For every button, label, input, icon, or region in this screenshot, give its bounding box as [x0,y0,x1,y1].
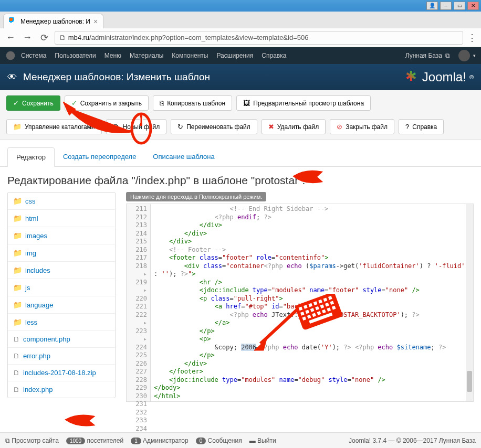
new-file-button[interactable]: 🗋Новый файл [106,119,167,134]
help-button[interactable]: ?Справка [399,119,444,134]
folder-name: less [25,318,37,326]
tab-overrides[interactable]: Создать переопределе [55,147,144,166]
tab-editor[interactable]: Редактор [7,147,55,167]
save-button[interactable]: ✓Сохранить [6,95,60,111]
action-toolbar: ✓Сохранить ✓Сохранить и закрыть ⎘Копиров… [0,90,481,140]
cancel-icon: ⊘ [337,123,342,131]
check-icon: ✓ [13,99,19,107]
line-gutter: 211 212 213 214 215 216 217 218 ▸219 ▸22… [127,204,151,401]
close-file-button[interactable]: ⊘Закрыть файл [330,119,394,134]
minimize-button[interactable]: – [440,2,452,10]
folder-item[interactable]: 📁includes [8,262,115,279]
site-frontend-link[interactable]: Лунная База ⧉ ▾ [405,50,476,61]
svg-point-0 [6,51,15,60]
x-icon: ✖ [268,123,274,131]
tab-close-icon[interactable]: × [93,17,98,26]
folder-name: includes [25,266,50,274]
main-content: 📁css📁html📁images📁img📁includes📁js📁languag… [0,192,481,407]
file-item[interactable]: 🗋component.php [8,331,115,348]
folder-item[interactable]: 📁img [8,244,115,262]
annotation-pointer-indexphp [62,414,99,430]
folder-icon: 📁 [13,283,22,292]
folder-icon: 📁 [13,197,22,205]
copy-template-button[interactable]: ⎘Копировать шаблон [153,95,232,111]
folders-label: Управление каталогами [25,123,95,131]
forward-button[interactable]: → [21,31,34,44]
file-name: includes-2017-08-18.zip [23,369,96,377]
user-avatar-icon[interactable] [458,50,470,61]
menu-system[interactable]: Система [21,52,46,59]
eye-icon: 👁 [7,72,17,83]
page-title: Менеджер шаблонов: Изменить шаблон [23,71,405,83]
back-button[interactable]: ← [4,31,17,44]
code-editor-panel: Нажмите для перехода в Полноэкранный реж… [126,192,474,402]
view-site-link[interactable]: ⧉ Просмотр сайта [5,437,59,444]
status-bar: ⧉ Просмотр сайта 1000 посетителей 1 Адми… [0,432,481,448]
delete-file-button[interactable]: ✖Удалить файл [262,119,326,134]
maximize-button[interactable]: ▭ [454,2,465,10]
fullscreen-hint[interactable]: Нажмите для перехода в Полноэкранный реж… [126,192,266,201]
closefile-label: Закрыть файл [346,123,388,131]
folder-item[interactable]: 📁js [8,279,115,296]
logout-link[interactable]: ▬ Выйти [249,437,276,444]
joomla-brand: Joomla! ® [405,70,474,84]
admin-counter[interactable]: 1 Администратор [131,437,188,444]
menu-extensions[interactable]: Расширения [217,52,254,59]
scroll-thumb[interactable] [467,371,472,392]
menu-materials[interactable]: Материалы [130,52,163,59]
scrollbar[interactable] [466,204,473,401]
redo-icon: ↻ [177,123,183,131]
tab-description[interactable]: Описание шаблона [144,147,223,166]
manage-folders-button[interactable]: 📁Управление каталогами [6,119,102,134]
file-icon: 🗋 [113,123,120,131]
address-bar[interactable]: 🗋 mb4.ru /administrator/index.php?option… [55,31,463,45]
code-content[interactable]: <!-- End Right Sidebar --> <?php endif; … [151,204,473,401]
menu-menu[interactable]: Меню [104,52,121,59]
folder-item[interactable]: 📁html [8,210,115,227]
folder-item[interactable]: 📁less [8,314,115,331]
question-icon: ? [405,123,409,131]
menu-users[interactable]: Пользователи [55,52,96,59]
file-item[interactable]: 🗋error.php [8,348,115,365]
browser-tab[interactable]: Менеджер шаблонов: И × [3,14,103,28]
file-item[interactable]: 🗋includes-2017-08-18.zip [8,365,115,381]
os-titlebar: 👤 – ▭ ✕ [0,0,481,12]
folder-item[interactable]: 📁images [8,227,115,244]
check-icon: ✓ [71,99,77,107]
preview-label: Предварительный просмотр шаблона [253,100,364,107]
folder-item[interactable]: 📁css [8,193,115,210]
user-icon[interactable]: 👤 [426,2,438,10]
preview-button[interactable]: 🖼Предварительный просмотр шаблона [236,95,371,111]
folder-icon: 📁 [13,266,22,274]
rename-file-button[interactable]: ↻Переименовать файл [171,119,257,134]
folder-icon: 📁 [13,301,22,309]
messages-counter[interactable]: 0 Сообщения [196,437,242,444]
file-icon: 🗋 [13,386,20,393]
file-tree-sidebar: 📁css📁html📁images📁img📁includes📁js📁languag… [7,192,116,402]
os-close-button[interactable]: ✕ [467,2,479,10]
file-item[interactable]: 🗋index.php [8,381,115,398]
file-name: index.php [23,386,53,393]
folder-item[interactable]: 📁language [8,296,115,314]
copy-label: Копировать шаблон [167,100,225,107]
brand-text: Joomla! [422,70,466,84]
admin-topmenu: Система Пользователи Меню Материалы Комп… [0,47,481,64]
delete-label: Удалить файл [277,123,319,131]
menu-components[interactable]: Компоненты [172,52,208,59]
tab-title: Менеджер шаблонов: И [20,18,90,25]
help-label: Справка [412,123,437,131]
site-name: Лунная База [405,52,442,59]
menu-help[interactable]: Справка [262,52,286,59]
folder-name: img [25,249,36,257]
browser-menu-icon[interactable]: ⋮ [467,32,477,44]
chevron-down-icon: ▾ [473,53,476,58]
rename-label: Переименовать файл [186,123,250,131]
url-path: /administrator/index.php?option=com_temp… [89,34,308,41]
save-close-button[interactable]: ✓Сохранить и закрыть [65,95,149,111]
reload-button[interactable]: ⟳ [38,31,50,44]
topmenu-list: Система Пользователи Меню Материалы Комп… [21,52,286,59]
copy-icon: ⎘ [160,99,164,107]
tab-bar: Редактор Создать переопределе Описание ш… [0,140,481,167]
code-editor[interactable]: 211 212 213 214 215 216 217 218 ▸219 ▸22… [126,204,474,402]
visitors-counter[interactable]: 1000 посетителей [66,437,123,444]
